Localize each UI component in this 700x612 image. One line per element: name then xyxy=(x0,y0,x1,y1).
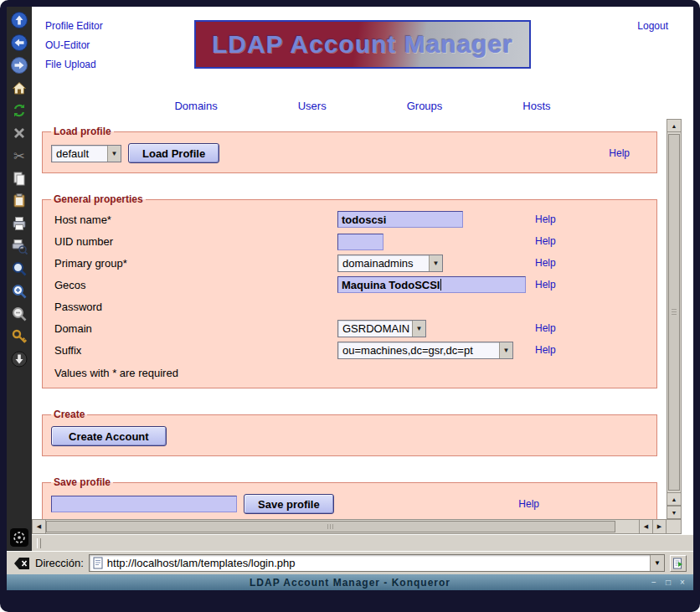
primary-group-label: Primary group* xyxy=(49,257,337,270)
help-link[interactable]: Help xyxy=(535,322,650,334)
scrollbar-corner xyxy=(667,519,682,534)
print-preview-icon[interactable] xyxy=(10,237,28,255)
konqueror-window: ✂ xyxy=(0,0,700,612)
clear-location-icon[interactable] xyxy=(13,557,30,570)
print-icon[interactable] xyxy=(10,214,28,233)
scroll-left-arrow-icon[interactable]: ◀ xyxy=(639,520,652,533)
load-profile-legend: Load profile xyxy=(51,126,114,137)
general-properties-legend: General properties xyxy=(51,193,146,205)
back-icon[interactable] xyxy=(10,33,28,52)
tab-domains[interactable]: Domains xyxy=(174,100,217,112)
horizontal-scrollbar[interactable]: ◀ ◀ ▶ xyxy=(32,519,667,534)
zoom-in-icon[interactable] xyxy=(10,282,28,301)
form-row-uid-number: UID number Help xyxy=(49,230,650,252)
suffix-select[interactable]: ou=machines,dc=gsr,dc=pt ▼ xyxy=(337,342,513,359)
vertical-scroll-thumb[interactable] xyxy=(668,134,680,491)
tab-hosts[interactable]: Hosts xyxy=(522,100,550,112)
help-link[interactable]: Help xyxy=(535,257,650,269)
create-section: Create Create Account xyxy=(42,409,657,456)
paste-icon[interactable] xyxy=(10,192,28,210)
profile-select-value: default xyxy=(52,146,107,162)
help-link[interactable]: Help xyxy=(609,147,630,159)
browser-viewport: Profile Editor OU-Editor File Upload LDA… xyxy=(32,7,693,551)
copy-icon[interactable] xyxy=(10,169,28,188)
help-link[interactable]: Help xyxy=(535,279,650,291)
url-input[interactable]: http://localhost/lam/templates/login.php… xyxy=(89,554,665,572)
forward-icon[interactable] xyxy=(10,56,28,75)
help-link[interactable]: Help xyxy=(535,235,650,247)
domain-select[interactable]: GSRDOMAIN ▼ xyxy=(337,320,426,337)
chevron-down-icon[interactable]: ▼ xyxy=(107,146,121,162)
general-properties-section: General properties Host name* todoscsi H… xyxy=(42,193,657,388)
page-edge xyxy=(682,519,693,534)
go-button-icon xyxy=(672,558,684,569)
gecos-value: Maquina TodoSCSI xyxy=(342,279,440,291)
help-link[interactable]: Help xyxy=(518,498,539,510)
form-row-primary-group: Primary group* domainadmins ▼ Help xyxy=(49,252,650,274)
home-icon[interactable] xyxy=(10,79,28,97)
maximize-icon[interactable]: □ xyxy=(662,577,674,589)
domain-label: Domain xyxy=(49,322,337,335)
find-icon[interactable] xyxy=(10,260,28,278)
cut-icon[interactable]: ✂ xyxy=(10,147,28,165)
uid-number-label: UID number xyxy=(49,235,337,248)
vertical-scrollbar[interactable]: ▲ ▲ ▼ xyxy=(667,119,682,519)
save-profile-input[interactable] xyxy=(51,496,237,512)
help-link[interactable]: Help xyxy=(535,344,650,356)
reload-icon[interactable] xyxy=(10,101,28,120)
load-profile-button[interactable]: Load Profile xyxy=(128,143,219,163)
stop-icon[interactable] xyxy=(10,124,28,142)
scroll-up-arrow-icon[interactable]: ▲ xyxy=(667,119,682,132)
profile-select[interactable]: default ▼ xyxy=(51,145,121,162)
host-name-input[interactable]: todoscsi xyxy=(337,211,463,228)
minimize-icon[interactable]: − xyxy=(648,577,660,589)
chevron-down-icon[interactable]: ▼ xyxy=(499,342,512,358)
window-titlebar[interactable]: LDAP Account Manager - Konqueror − □ × xyxy=(7,574,693,590)
file-upload-link[interactable]: File Upload xyxy=(45,59,103,70)
uid-number-input[interactable] xyxy=(337,234,383,250)
up-icon[interactable] xyxy=(10,11,28,29)
zoom-out-icon[interactable] xyxy=(10,305,28,323)
window-title: LDAP Account Manager - Konqueror xyxy=(7,577,693,589)
key-icon[interactable] xyxy=(10,327,28,346)
form-row-domain: Domain GSRDOMAIN ▼ Help xyxy=(49,317,650,339)
create-legend: Create xyxy=(51,409,87,420)
required-fields-note: Values with * are required xyxy=(49,361,650,381)
scroll-right-arrow-icon[interactable]: ▶ xyxy=(652,520,666,533)
save-profile-section: Save profile Save profile Help xyxy=(42,476,657,519)
chevron-down-icon[interactable]: ▼ xyxy=(412,321,425,337)
ou-editor-link[interactable]: OU-Editor xyxy=(45,39,103,51)
profile-editor-link[interactable]: Profile Editor xyxy=(45,20,103,32)
help-link[interactable]: Help xyxy=(535,213,650,225)
form-row-gecos: Gecos Maquina TodoSCSI Help xyxy=(49,274,650,296)
horizontal-scroll-thumb[interactable] xyxy=(46,521,615,532)
gecos-input[interactable]: Maquina TodoSCSI xyxy=(337,276,526,293)
download-icon[interactable] xyxy=(10,350,28,368)
status-bar xyxy=(32,534,693,551)
form-row-host-name: Host name* todoscsi Help xyxy=(49,208,650,230)
url-favicon-icon xyxy=(92,557,104,569)
form-content: Load profile default ▼ Load Profile Help xyxy=(32,119,666,519)
primary-group-select[interactable]: domainadmins ▼ xyxy=(337,255,443,272)
scroll-left-arrow-icon[interactable]: ◀ xyxy=(33,520,46,533)
gecos-label: Gecos xyxy=(49,279,337,291)
lam-banner: LDAP Account Manager xyxy=(194,20,531,69)
go-button[interactable] xyxy=(670,555,687,572)
chevron-down-icon[interactable]: ▼ xyxy=(429,255,442,271)
save-profile-legend: Save profile xyxy=(51,476,113,488)
create-account-button[interactable]: Create Account xyxy=(51,426,167,446)
konqueror-gear-icon[interactable] xyxy=(8,527,30,548)
location-toolbar: Dirección: http://localhost/lam/template… xyxy=(7,551,693,574)
close-icon[interactable]: × xyxy=(677,577,688,589)
navigation-toolbar: ✂ xyxy=(7,7,32,551)
save-profile-button[interactable]: Save profile xyxy=(244,494,334,514)
suffix-label: Suffix xyxy=(49,344,337,357)
scroll-up-arrow-icon[interactable]: ▲ xyxy=(667,492,682,506)
banner-title: LDAP Account Manager xyxy=(212,30,513,59)
scroll-down-arrow-icon[interactable]: ▼ xyxy=(667,506,682,519)
chevron-down-icon[interactable]: ▼ xyxy=(650,555,664,571)
tab-users[interactable]: Users xyxy=(298,100,327,112)
statusbar-grip xyxy=(37,538,41,548)
tab-groups[interactable]: Groups xyxy=(407,100,443,112)
logout-link[interactable]: Logout xyxy=(637,20,668,32)
